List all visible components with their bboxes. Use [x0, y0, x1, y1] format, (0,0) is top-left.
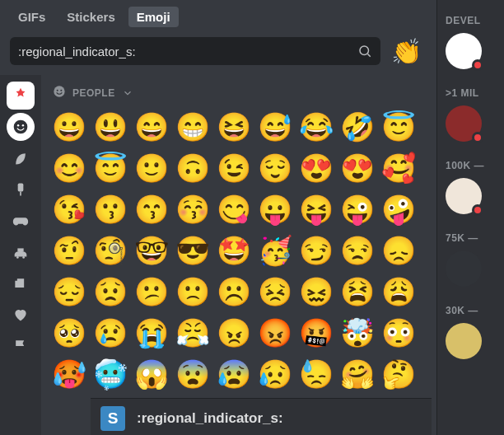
travel-category-icon[interactable]: [7, 238, 35, 266]
svg-point-7: [16, 256, 19, 259]
emoji-cell[interactable]: 😂: [296, 107, 336, 147]
emoji-cell[interactable]: 😃: [91, 107, 130, 147]
emoji-cell[interactable]: 😏: [296, 231, 336, 270]
emoji-cell[interactable]: 😢: [91, 313, 130, 353]
emoji-cell[interactable]: 😄: [132, 107, 171, 147]
emoji-cell[interactable]: 😠: [214, 313, 254, 353]
category-label: PEOPLE: [72, 87, 115, 99]
emoji-cell[interactable]: 🥶: [91, 354, 130, 391]
category-header-people[interactable]: PEOPLE: [49, 80, 427, 107]
objects-category-icon[interactable]: [7, 269, 35, 297]
emoji-cell[interactable]: 😉: [214, 148, 254, 188]
search-row: 👏: [0, 30, 432, 75]
picker-footer: S :regional_indicator_s:: [91, 398, 432, 435]
emoji-cell[interactable]: 🥳: [255, 231, 295, 270]
server-avatar[interactable]: [446, 178, 482, 214]
emoji-cell[interactable]: 😁: [173, 107, 212, 147]
tab-stickers[interactable]: Stickers: [58, 7, 123, 27]
skin-tone-preview[interactable]: 👏: [390, 35, 422, 67]
flags-category-icon[interactable]: [7, 332, 35, 360]
svg-rect-5: [18, 184, 24, 192]
emoji-cell[interactable]: 😇: [91, 148, 130, 188]
tab-gifs[interactable]: GIFs: [10, 7, 54, 27]
nature-category-icon[interactable]: [7, 144, 35, 172]
svg-point-11: [60, 90, 62, 91]
emoji-cell[interactable]: 😝: [296, 189, 336, 229]
emoji-cell[interactable]: 🤨: [49, 231, 89, 270]
svg-point-9: [54, 86, 64, 96]
rail-section-title: >1 MIL: [446, 87, 504, 99]
emoji-cell[interactable]: 😔: [49, 272, 89, 311]
emoji-cell[interactable]: 🤗: [338, 354, 377, 391]
emoji-cell[interactable]: 🙂: [132, 148, 171, 188]
emoji-cell[interactable]: 🥵: [49, 354, 89, 391]
symbols-category-icon[interactable]: [7, 301, 35, 329]
emoji-cell[interactable]: 😀: [49, 107, 89, 147]
emoji-cell[interactable]: 😨: [173, 354, 212, 391]
emoji-cell[interactable]: 😞: [379, 231, 418, 270]
emoji-cell[interactable]: 🧐: [91, 231, 130, 270]
emoji-cell[interactable]: 😟: [91, 272, 130, 311]
emoji-cell[interactable]: 😎: [173, 231, 212, 270]
emoji-cell[interactable]: 😫: [338, 272, 377, 311]
emoji-grid: 😀😃😄😁😆😅😂🤣😇😊😇🙂🙃😉😌😍😍🥰😘😗😙😚😋😛😝😜🤪🤨🧐🤓😎🤩🥳😏😒😞😔😟😕🙁…: [49, 107, 427, 391]
emoji-cell[interactable]: 🤯: [338, 313, 377, 353]
emoji-cell[interactable]: 😤: [173, 313, 212, 353]
svg-point-4: [22, 124, 25, 127]
emoji-cell[interactable]: 😳: [379, 313, 418, 353]
food-category-icon[interactable]: [7, 175, 35, 203]
emoji-cell[interactable]: 🤬: [296, 313, 336, 353]
emoji-cell[interactable]: ☹️: [214, 272, 254, 311]
emoji-cell[interactable]: 😚: [173, 189, 212, 229]
emoji-cell[interactable]: 😥: [255, 354, 295, 391]
emoji-cell[interactable]: 😆: [214, 107, 254, 147]
emoji-cell[interactable]: 😇: [379, 107, 418, 147]
emoji-cell[interactable]: 🤪: [379, 189, 418, 229]
tab-emoji[interactable]: Emoji: [128, 7, 179, 27]
emoji-cell[interactable]: 🥰: [379, 148, 418, 188]
search-input[interactable]: [18, 44, 357, 58]
member-list-rail: DEVEL>1 MIL100K —75K —30K —: [436, 0, 504, 435]
svg-line-1: [367, 54, 370, 56]
emoji-cell[interactable]: 😙: [132, 189, 171, 229]
emoji-cell[interactable]: 😅: [255, 107, 295, 147]
emoji-cell[interactable]: 😖: [296, 272, 336, 311]
emoji-cell[interactable]: 🤔: [379, 354, 418, 391]
emoji-cell[interactable]: 😋: [214, 189, 254, 229]
emoji-scroll[interactable]: PEOPLE 😀😃😄😁😆😅😂🤣😇😊😇🙂🙃😉😌😍😍🥰😘😗😙😚😋😛😝😜🤪🤨🧐🤓😎🤩🥳…: [49, 80, 427, 391]
emoji-cell[interactable]: 😊: [49, 148, 89, 188]
emoji-cell[interactable]: 😗: [91, 189, 130, 229]
emoji-cell[interactable]: 😡: [255, 313, 295, 353]
emoji-cell[interactable]: 🥺: [49, 313, 89, 353]
emoji-cell[interactable]: 😌: [255, 148, 295, 188]
emoji-cell[interactable]: 😓: [296, 354, 336, 391]
emoji-cell[interactable]: 🙃: [173, 148, 212, 188]
emoji-cell[interactable]: 😘: [49, 189, 89, 229]
server-avatar[interactable]: [446, 33, 482, 69]
emoji-cell[interactable]: 😒: [338, 231, 377, 270]
emoji-cell[interactable]: 😜: [338, 189, 377, 229]
emoji-cell[interactable]: 😕: [132, 272, 171, 311]
emoji-cell[interactable]: 🤓: [132, 231, 171, 270]
server-avatar[interactable]: [446, 250, 482, 287]
server-avatar[interactable]: [446, 323, 482, 359]
emoji-cell[interactable]: 🙁: [173, 272, 212, 311]
emoji-cell[interactable]: 😭: [132, 313, 171, 353]
activities-category-icon[interactable]: [7, 207, 35, 235]
emoji-cell[interactable]: 😰: [214, 354, 254, 391]
search-icon: [357, 44, 372, 58]
server-1-icon[interactable]: [7, 82, 35, 110]
emoji-cell[interactable]: 😛: [255, 189, 295, 229]
emoji-cell[interactable]: 😩: [379, 272, 418, 311]
emoji-cell[interactable]: 😱: [132, 354, 171, 391]
emoji-cell[interactable]: 😣: [255, 272, 295, 311]
emoji-cell[interactable]: 🤩: [214, 231, 254, 270]
smile-icon: [53, 85, 66, 101]
emoji-cell[interactable]: 😍: [338, 148, 377, 188]
emoji-cell[interactable]: 😍: [296, 148, 336, 188]
people-category-icon[interactable]: [7, 113, 35, 141]
svg-point-0: [360, 46, 369, 55]
search-box[interactable]: [10, 37, 380, 65]
server-avatar[interactable]: [446, 105, 482, 142]
emoji-cell[interactable]: 🤣: [338, 107, 377, 147]
